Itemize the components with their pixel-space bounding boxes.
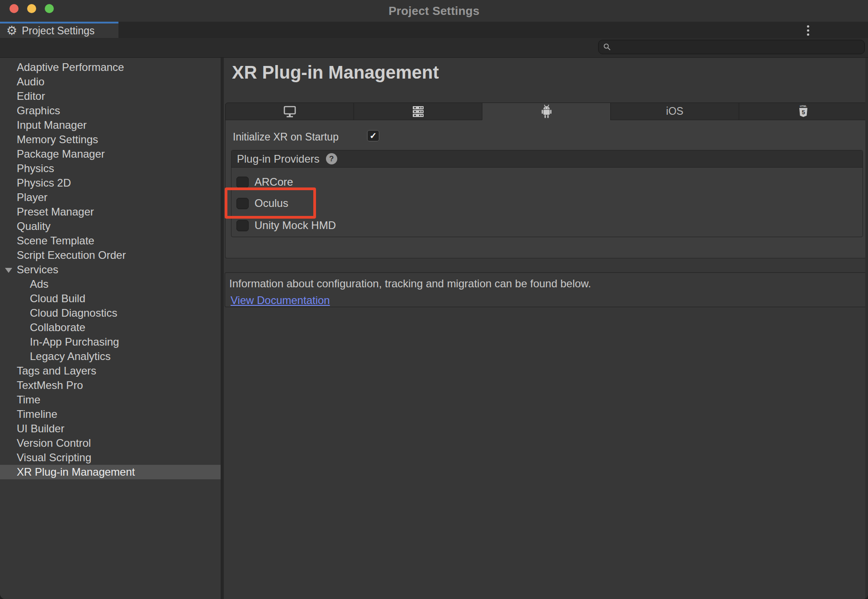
arcore-checkbox[interactable] — [236, 177, 249, 188]
svg-text:5: 5 — [802, 109, 805, 116]
plugin-providers-group: Plug-in Providers ? ARCore Oculus Unity … — [231, 150, 863, 237]
initialize-xr-checkbox[interactable]: ✓ — [367, 130, 379, 141]
platform-tab-strip: iOS HTML 5 — [225, 103, 868, 120]
sidebar-item-ui-builder[interactable]: UI Builder — [0, 421, 221, 436]
dedicated-server-icon — [411, 105, 425, 118]
html5-icon: HTML 5 — [797, 104, 809, 119]
sidebar-item-physics[interactable]: Physics — [0, 161, 221, 176]
sidebar-item-audio[interactable]: Audio — [0, 75, 221, 89]
gear-icon: ⚙ — [6, 25, 17, 37]
provider-row-unity-mock-hmd: Unity Mock HMD — [236, 219, 336, 232]
sidebar-item-physics-2d[interactable]: Physics 2D — [0, 176, 221, 190]
sidebar-item-time[interactable]: Time — [0, 393, 221, 407]
sidebar-item-quality[interactable]: Quality — [0, 219, 221, 234]
sidebar-item-ads[interactable]: Ads — [0, 277, 221, 291]
sidebar-item-scene-template[interactable]: Scene Template — [0, 234, 221, 248]
oculus-label: Oculus — [255, 197, 288, 210]
arcore-label: ARCore — [255, 176, 293, 188]
kebab-menu-icon[interactable] — [803, 25, 813, 36]
tab-label: Project Settings — [22, 25, 94, 37]
zoom-window-button[interactable] — [45, 4, 54, 13]
plugin-providers-header: Plug-in Providers ? — [231, 150, 863, 168]
provider-row-arcore: ARCore — [236, 176, 293, 188]
unity-mock-hmd-checkbox[interactable] — [236, 220, 249, 231]
sidebar-item-graphics[interactable]: Graphics — [0, 103, 221, 118]
sidebar-item-editor[interactable]: Editor — [0, 89, 221, 103]
search-icon — [603, 43, 611, 51]
window-title: Project Settings — [388, 4, 479, 18]
sidebar-item-script-execution-order[interactable]: Script Execution Order — [0, 248, 221, 262]
tab-bar: ⚙ Project Settings — [0, 22, 868, 38]
tab-dedicated-server[interactable] — [354, 103, 482, 120]
initialize-xr-label: Initialize XR on Startup — [233, 131, 339, 143]
plugin-providers-title: Plug-in Providers — [237, 153, 320, 165]
unity-mock-hmd-label: Unity Mock HMD — [255, 219, 336, 232]
sidebar-item-cloud-diagnostics[interactable]: Cloud Diagnostics — [0, 306, 221, 320]
info-text: Information about configuration, trackin… — [229, 277, 591, 290]
help-icon[interactable]: ? — [326, 153, 337, 164]
tab-android[interactable] — [482, 103, 611, 120]
svg-text:HTML: HTML — [800, 105, 807, 108]
sidebar-item-input-manager[interactable]: Input Manager — [0, 118, 221, 132]
sidebar-item-preset-manager[interactable]: Preset Manager — [0, 205, 221, 219]
sidebar-item-version-control[interactable]: Version Control — [0, 436, 221, 450]
sidebar-item-player[interactable]: Player — [0, 190, 221, 205]
minimize-window-button[interactable] — [27, 4, 36, 13]
scrollbar-track[interactable] — [865, 58, 868, 599]
page-title: XR Plug-in Management — [232, 62, 439, 83]
sidebar-item-cloud-build[interactable]: Cloud Build — [0, 291, 221, 306]
tab-project-settings[interactable]: ⚙ Project Settings — [0, 22, 118, 38]
search-box[interactable] — [598, 40, 865, 54]
tab-html5[interactable]: HTML 5 — [739, 103, 868, 120]
checkmark-icon: ✓ — [370, 131, 377, 141]
sidebar-item-services[interactable]: Services — [0, 262, 221, 277]
provider-row-oculus: Oculus — [236, 197, 288, 210]
sidebar-item-visual-scripting[interactable]: Visual Scripting — [0, 450, 221, 465]
sidebar-item-xr-plugin-management[interactable]: XR Plug-in Management — [0, 465, 221, 479]
sidebar-item-textmesh-pro[interactable]: TextMesh Pro — [0, 378, 221, 393]
ios-label: iOS — [666, 105, 683, 117]
sidebar-item-collaborate[interactable]: Collaborate — [0, 320, 221, 335]
xr-plugin-management-panel: XR Plug-in Management — [224, 58, 868, 599]
search-input[interactable] — [615, 42, 860, 53]
sidebar-item-package-manager[interactable]: Package Manager — [0, 147, 221, 161]
sidebar-item-in-app-purchasing[interactable]: In-App Purchasing — [0, 335, 221, 349]
chevron-expanded-icon[interactable] — [5, 268, 12, 273]
platform-settings-box: Initialize XR on Startup ✓ Plug-in Provi… — [225, 120, 868, 258]
sidebar-item-timeline[interactable]: Timeline — [0, 407, 221, 421]
sidebar-item-memory-settings[interactable]: Memory Settings — [0, 132, 221, 147]
tab-desktop[interactable] — [225, 103, 354, 120]
settings-sidebar: Adaptive Performance Audio Editor Graphi… — [0, 58, 221, 599]
tab-ios[interactable]: iOS — [610, 103, 739, 120]
desktop-icon — [282, 105, 297, 118]
toolbar — [0, 38, 868, 58]
view-documentation-link[interactable]: View Documentation — [231, 294, 330, 307]
info-box: Information about configuration, trackin… — [225, 272, 867, 307]
sidebar-item-legacy-analytics[interactable]: Legacy Analytics — [0, 349, 221, 364]
project-settings-window: Project Settings ⚙ Project Settings Adap… — [0, 0, 868, 599]
android-icon — [540, 104, 553, 119]
title-bar: Project Settings — [0, 0, 868, 22]
sidebar-divider — [221, 58, 224, 599]
sidebar-item-adaptive-performance[interactable]: Adaptive Performance — [0, 60, 221, 75]
window-frame: Project Settings ⚙ Project Settings Adap… — [0, 0, 868, 599]
close-window-button[interactable] — [9, 4, 19, 13]
oculus-checkbox[interactable] — [236, 198, 249, 209]
sidebar-item-tags-and-layers[interactable]: Tags and Layers — [0, 364, 221, 378]
